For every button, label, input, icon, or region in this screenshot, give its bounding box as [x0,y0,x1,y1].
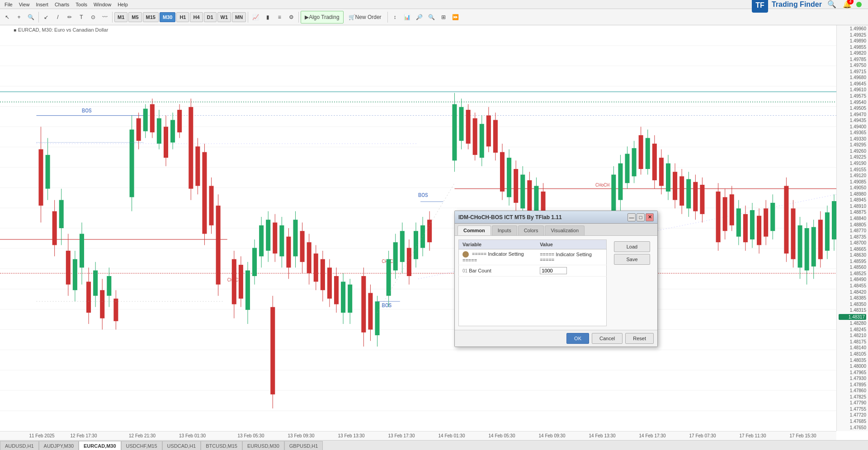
tf-m5[interactable]: M5 [128,12,142,22]
svg-rect-61 [113,299,118,321]
svg-rect-127 [368,293,373,329]
ok-button[interactable]: OK [566,333,589,344]
svg-rect-227 [805,228,809,271]
svg-rect-109 [300,231,305,262]
price-level-47: 1.48315 [839,308,866,313]
price-level-14: 1.49505 [839,106,866,111]
toolbar-candle[interactable]: ▮ [262,11,273,23]
toolbar-text[interactable]: T [76,11,87,23]
notification-button[interactable]: 🔔 [841,0,854,11]
toolbar-depth[interactable]: ↕ [390,11,401,23]
svg-rect-135 [393,242,398,270]
toolbar-grid[interactable]: ⊞ [438,11,449,23]
reset-button[interactable]: Reset [625,333,654,344]
price-level-22: 1.49225 [839,155,866,159]
toolbar-arrow[interactable]: ↙ [41,11,52,23]
tab-audjpy-m30[interactable]: AUDJPY,M30 [39,441,79,450]
chart-container[interactable]: ■ EURCAD, M30: Euro vs Canadian Dollar [0,25,868,440]
toolbar-zoom-in[interactable]: 🔍 [25,11,37,23]
dialog-tab-inputs[interactable]: Inputs [492,225,517,235]
svg-rect-189 [659,158,664,186]
toolbar-properties[interactable]: ⚙ [286,11,297,23]
tf-m15[interactable]: M15 [143,12,159,22]
toolbar-chart-type[interactable]: 📈 [250,11,261,23]
menu-file[interactable]: File [2,1,15,8]
svg-rect-177 [618,164,623,200]
dialog-action-buttons: Load Save [610,239,654,326]
dialog-tab-visualization[interactable]: Visualization [545,225,585,235]
tf-w1[interactable]: W1 [217,12,231,22]
tab-btcusd-m15[interactable]: BTCUSD,M15 [201,441,242,450]
toolbar-zoom-in-btn[interactable]: 🔍 [426,11,437,23]
price-level-8: 1.49715 [839,69,866,74]
svg-rect-139 [407,248,411,276]
toolbar-ellipse[interactable]: ⊙ [88,11,99,23]
tf-d1[interactable]: D1 [204,12,217,22]
tab-eurcad-m30[interactable]: EURCAD,M30 [79,441,121,450]
menu-charts[interactable]: Charts [52,1,72,8]
svg-rect-211 [743,214,748,242]
bar-count-input[interactable] [540,267,567,274]
col-value: Value [536,240,606,249]
price-level-30: 1.48910 [839,204,866,209]
tab-eurusd-m30[interactable]: EURUSD,M30 [242,441,284,450]
toolbar-indicators[interactable]: 📊 [401,11,413,23]
toolbar-line[interactable]: / [52,11,63,23]
toolbar-plus[interactable]: + [14,11,24,23]
toolbar-fib[interactable]: 〰 [99,11,110,23]
dialog-minimize-button[interactable]: — [627,213,636,221]
menu-window[interactable]: Window [91,1,114,8]
price-level-59: 1.47860 [839,388,866,393]
menu-view[interactable]: View [16,1,33,8]
toolbar-cursor[interactable]: ↖ [2,11,13,23]
dialog-close-button[interactable]: ✕ [646,213,654,221]
cancel-button[interactable]: Cancel [592,333,623,344]
svg-rect-201 [700,185,704,214]
price-level-39: 1.48595 [839,259,866,264]
tab-gbpusd-h1[interactable]: GBPUSD,H1 [284,441,323,450]
time-label-10: 14 Feb 05:30 [489,433,515,438]
search-button[interactable]: 🔍 [826,0,838,11]
svg-rect-225 [798,225,802,268]
dialog-tab-colors[interactable]: Colors [518,225,544,235]
algo-trading-button[interactable]: ▶ Algo Trading [301,11,343,23]
tf-h1[interactable]: H1 [176,12,189,22]
svg-rect-165 [514,169,518,203]
tab-usdcad-h1[interactable]: USDCAD,H1 [162,441,201,450]
price-level-42: 1.48490 [839,277,866,282]
tf-mn[interactable]: MN [232,12,246,22]
toolbar-auto-scroll[interactable]: ⏩ [450,11,461,23]
svg-rect-157 [486,116,491,147]
svg-rect-119 [334,276,339,304]
tab-audusd-h1[interactable]: AUDUSD,H1 [0,441,39,450]
save-button[interactable]: Save [614,254,650,265]
svg-rect-219 [770,203,775,231]
table-row[interactable]: 01 Bar Count [459,265,607,277]
new-order-button[interactable]: 🛒 New Order [344,11,386,23]
tf-h4[interactable]: H4 [190,12,203,22]
time-label-9: 14 Feb 01:30 [439,433,465,438]
menu-insert[interactable]: Insert [33,1,51,8]
row-2-value[interactable] [536,265,606,277]
tf-m30[interactable]: M30 [160,12,175,22]
dialog-title-bar[interactable]: IDM-CHoCH-BOS ICT MT5 By TFlab 1.11 — □ … [455,211,657,224]
col-variable: Variable [459,240,537,249]
svg-rect-203 [716,192,721,242]
price-level-27: 1.49050 [839,185,866,190]
load-button[interactable]: Load [614,241,650,252]
time-label-3: 12 Feb 21:30 [129,433,156,438]
toolbar-sep-4 [298,12,299,23]
menu-help[interactable]: Help [115,1,131,8]
svg-rect-163 [507,158,511,197]
dialog-tab-common[interactable]: Common [458,225,491,235]
price-level-41: 1.48525 [839,271,866,276]
chart-svg[interactable]: BOS CHoCH BOS CHoCH BOS CHoCH [0,25,836,431]
price-level-46: 1.48350 [839,302,866,307]
tf-m1[interactable]: M1 [114,12,127,22]
menu-tools[interactable]: Tools [73,1,90,8]
tab-usdchf-m15[interactable]: USDCHF,M15 [121,441,162,450]
toolbar-pencil[interactable]: ✏ [64,11,75,23]
toolbar-zoom-out-btn[interactable]: 🔎 [414,11,425,23]
toolbar-bar[interactable]: ≡ [274,11,285,23]
dialog-maximize-button[interactable]: □ [637,213,645,221]
